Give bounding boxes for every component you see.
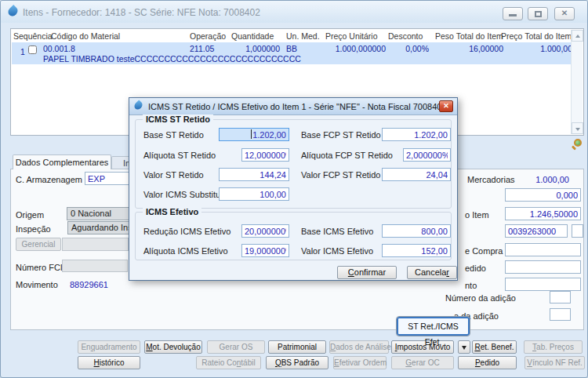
valor-st-input[interactable] xyxy=(219,168,289,181)
nto-label: nto xyxy=(465,281,477,290)
base-fcp-input[interactable] xyxy=(382,128,451,141)
numero-adicao-label: Número da adição xyxy=(445,293,516,303)
impostos-movto-dropdown-button[interactable] xyxy=(458,340,470,354)
dialog-titlebar: ICMS ST Retido / ICMS Efetivo do Item 1 … xyxy=(129,98,457,115)
group-icms-efetivo-title: ICMS Efetivo xyxy=(143,207,201,216)
aliq-fcp-input[interactable] xyxy=(403,148,451,162)
close-icon: ✕ xyxy=(555,9,574,17)
patrimonial-button[interactable]: Patrimonial xyxy=(268,340,326,354)
col-un-med: Un. Med. xyxy=(286,31,320,41)
efetivar-ordem-button[interactable]: Efetivar Ordem xyxy=(333,356,387,369)
row-descricao: PAPEL TIMBRADO testeCCCCCCCCCCCCCCCCCCCC… xyxy=(43,54,301,64)
base-efetivo-label: Base ICMS Efetivo xyxy=(301,227,373,236)
qbs-padrao-button[interactable]: QBS Padrão xyxy=(266,356,328,369)
row-quantidade: 1,000000 xyxy=(223,44,280,53)
scroll-up-button[interactable] xyxy=(572,30,583,42)
value2-input[interactable] xyxy=(505,188,581,202)
icms-dialog: ICMS ST Retido / ICMS Efetivo do Item 1 … xyxy=(129,97,458,281)
reducao-label: Redução ICMS Efetivo xyxy=(143,227,230,236)
origem-label: Origem xyxy=(16,210,44,220)
pedido-input[interactable] xyxy=(505,260,581,274)
row-un-med: BB xyxy=(286,44,297,53)
row-codigo: 00.001.8 xyxy=(43,44,75,53)
col-preco-unit: Preço Unitário xyxy=(325,31,378,41)
tab-precos-button[interactable]: Tab. Preços xyxy=(524,340,583,354)
valor-efetivo-input[interactable] xyxy=(382,244,451,257)
minimize-button[interactable] xyxy=(503,7,523,20)
compra-input[interactable] xyxy=(505,243,581,256)
historico-button[interactable]: Histórico xyxy=(78,356,140,369)
valor-subst-input[interactable] xyxy=(219,187,289,201)
confirmar-button[interactable]: Confirmar xyxy=(337,266,397,279)
numero-fci-input xyxy=(62,260,128,272)
mot-devolucao-button[interactable]: Mot. Devolução xyxy=(144,340,202,354)
mercadorias-value: 1.000,00 xyxy=(503,175,569,184)
aliq-efetivo-input[interactable] xyxy=(241,244,289,257)
minimize-icon xyxy=(509,14,517,16)
gerencial-button[interactable]: Gerencial xyxy=(16,238,61,251)
ret-benef-button[interactable]: Ret. Benef. xyxy=(472,340,517,354)
maximize-button[interactable] xyxy=(528,7,548,20)
gerar-oc-button[interactable]: Gerar OC xyxy=(391,356,454,369)
numero-fci-label: Número FCI xyxy=(16,263,63,272)
enquadramento-button[interactable]: Enquadramento xyxy=(78,340,140,354)
valor-st-label: Valor ST Retido xyxy=(143,170,204,180)
numero-adicao-input[interactable] xyxy=(550,291,571,303)
codigo-sufixo-input[interactable] xyxy=(572,224,583,238)
aliq-st-label: Alíquota ST Retido xyxy=(143,151,216,160)
maximize-icon xyxy=(535,11,542,17)
valor-efetivo-label: Valor ICMS Efetivo xyxy=(301,246,373,256)
row-operacao: 211.05 xyxy=(190,44,214,53)
aliq-st-input[interactable] xyxy=(241,148,289,162)
st-ret-icms-efet-button[interactable]: ST Ret./ICMS Efet. xyxy=(397,317,470,336)
gerar-os-button[interactable]: Gerar OS xyxy=(207,340,265,354)
col-sequencia: Sequência xyxy=(13,31,53,41)
col-preco-total: Preço Total do Item xyxy=(501,31,572,41)
armazenagem-label: C. Armazenagem xyxy=(16,175,82,184)
group-icms-st-retido-title: ICMS ST Retido xyxy=(143,114,213,124)
pedido-button[interactable]: Pedido xyxy=(458,356,517,369)
col-desconto: Desconto xyxy=(388,31,423,41)
app-window: Itens - Fornecedor: 1418 - SC Série: NFE… xyxy=(0,0,588,378)
nto-input[interactable] xyxy=(505,278,581,291)
zoom-button[interactable] xyxy=(571,139,584,152)
row-checkbox[interactable] xyxy=(28,45,37,54)
dialog-title: ICMS ST Retido / ICMS Efetivo do Item 1 … xyxy=(148,102,447,111)
row-preco-total: 1.000,00 xyxy=(506,44,572,53)
valor-fcp-input[interactable] xyxy=(382,168,451,181)
col-operacao: Operação xyxy=(190,31,226,41)
close-button[interactable]: ✕ xyxy=(554,7,575,20)
cancelar-button[interactable]: Cancelar xyxy=(407,266,457,279)
rateio-contabil-button[interactable]: Rateio Contábil xyxy=(196,356,261,369)
scroll-down-button[interactable] xyxy=(572,122,583,134)
base-st-input[interactable] xyxy=(219,128,289,141)
movimento-label: Movimento xyxy=(16,280,58,289)
chevron-up-icon xyxy=(575,35,580,38)
item-input[interactable] xyxy=(505,207,581,220)
table-scrollbar[interactable] xyxy=(571,30,583,134)
dados-analise-button[interactable]: Dados de Análise xyxy=(329,340,389,354)
movimento-value: 88929661 xyxy=(70,280,108,289)
armazenagem-input[interactable] xyxy=(85,172,130,185)
window-title: Itens - Fornecedor: 1418 - SC Série: NFE… xyxy=(23,7,260,18)
impostos-movto-button[interactable]: Impostos Movto xyxy=(391,340,454,354)
col-peso-total: Peso Total do Item xyxy=(435,31,503,41)
tab-dados-complementares[interactable]: Dados Complementares xyxy=(13,154,111,169)
compra-label: e Compra xyxy=(465,246,503,256)
col-codigo: Código do Material xyxy=(51,31,120,41)
vinculo-nf-ref-button[interactable]: Vínculo NF Ref. xyxy=(524,356,585,369)
aliq-fcp-label: Alíquota FCP ST Retido xyxy=(301,151,393,160)
table-row[interactable]: 1 00.001.8 211.05 1,000000 BB 1.000,0000… xyxy=(12,42,572,64)
dialog-close-button[interactable]: ✕ xyxy=(439,100,453,112)
valor-subst-label: Valor ICMS Substituto xyxy=(143,190,227,199)
row-preco-unitario: 1.000,000000 xyxy=(318,44,386,53)
codigo-input[interactable] xyxy=(505,224,568,238)
col-quantidade: Quantidade xyxy=(231,31,274,41)
item-label: o Item xyxy=(465,210,489,220)
base-efetivo-input[interactable] xyxy=(382,224,451,238)
inspecao-label: Inspeção xyxy=(16,224,51,234)
base-st-label: Base ST Retido xyxy=(143,130,204,140)
reducao-input[interactable] xyxy=(241,224,289,238)
seq-adicao-input[interactable] xyxy=(550,308,571,321)
row-desconto: 0,00% xyxy=(380,44,429,53)
